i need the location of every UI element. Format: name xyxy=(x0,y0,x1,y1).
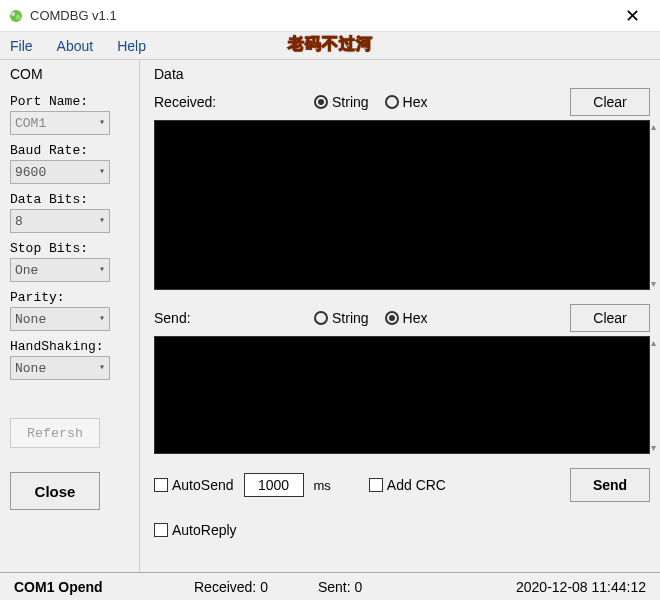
send-options: AutoSend ms Add CRC Send AutoReply xyxy=(154,464,650,538)
baud-rate-value: 9600 xyxy=(15,165,46,180)
com-panel: COM Port Name: COM1 ▾ Baud Rate: 9600 ▾ … xyxy=(0,60,140,572)
refresh-button[interactable]: Refersh xyxy=(10,418,100,448)
radio-icon xyxy=(314,95,328,109)
autosend-unit: ms xyxy=(314,478,331,493)
parity-select[interactable]: None ▾ xyxy=(10,307,110,331)
autoreply-label: AutoReply xyxy=(172,522,237,538)
tx-mode-string[interactable]: String xyxy=(314,310,369,326)
menu-about[interactable]: About xyxy=(57,38,94,54)
autoreply-checkbox[interactable]: AutoReply xyxy=(154,522,237,538)
baud-rate-select[interactable]: 9600 ▾ xyxy=(10,160,110,184)
rx-clear-button[interactable]: Clear xyxy=(570,88,650,116)
tx-hex-label: Hex xyxy=(403,310,428,326)
client-area: COM Port Name: COM1 ▾ Baud Rate: 9600 ▾ … xyxy=(0,60,660,572)
scroll-down-icon: ▾ xyxy=(651,442,660,453)
menu-help[interactable]: Help xyxy=(117,38,146,54)
scroll-up-icon: ▴ xyxy=(651,337,660,348)
received-textarea[interactable]: ▴ ▾ xyxy=(154,120,650,290)
status-sent: Sent: 0 xyxy=(318,579,362,595)
addcrc-checkbox[interactable]: Add CRC xyxy=(369,477,446,493)
scroll-up-icon: ▴ xyxy=(651,121,660,132)
stop-bits-label: Stop Bits: xyxy=(10,241,129,256)
tx-scrollbar[interactable]: ▴ ▾ xyxy=(651,337,660,453)
chevron-down-icon: ▾ xyxy=(99,361,105,373)
send-button[interactable]: Send xyxy=(570,468,650,502)
baud-rate-label: Baud Rate: xyxy=(10,143,129,158)
rx-hex-label: Hex xyxy=(403,94,428,110)
checkbox-icon xyxy=(369,478,383,492)
scroll-down-icon: ▾ xyxy=(651,278,660,289)
send-header: Send: String Hex Clear xyxy=(154,304,650,332)
com-group-label: COM xyxy=(10,66,129,82)
rx-scrollbar[interactable]: ▴ ▾ xyxy=(651,121,660,289)
rx-mode-group: String Hex xyxy=(314,94,427,110)
stop-bits-select[interactable]: One ▾ xyxy=(10,258,110,282)
addcrc-label: Add CRC xyxy=(387,477,446,493)
chevron-down-icon: ▾ xyxy=(99,263,105,275)
tx-mode-hex[interactable]: Hex xyxy=(385,310,428,326)
autosend-label: AutoSend xyxy=(172,477,234,493)
received-label: Received: xyxy=(154,94,304,110)
svg-point-1 xyxy=(11,12,15,16)
rx-mode-string[interactable]: String xyxy=(314,94,369,110)
menu-bar: File About Help 老码不过河 xyxy=(0,32,660,60)
radio-icon xyxy=(385,95,399,109)
svg-point-2 xyxy=(16,14,21,19)
autosend-checkbox[interactable]: AutoSend xyxy=(154,477,234,493)
port-name-value: COM1 xyxy=(15,116,46,131)
radio-icon xyxy=(314,311,328,325)
handshake-select[interactable]: None ▾ xyxy=(10,356,110,380)
window-title: COMDBG v1.1 xyxy=(30,8,117,23)
rx-string-label: String xyxy=(332,94,369,110)
tx-string-label: String xyxy=(332,310,369,326)
tx-clear-button[interactable]: Clear xyxy=(570,304,650,332)
send-textarea[interactable]: ▴ ▾ xyxy=(154,336,650,454)
send-label: Send: xyxy=(154,310,304,326)
chevron-down-icon: ▾ xyxy=(99,116,105,128)
data-group-label: Data xyxy=(154,66,650,82)
app-icon xyxy=(8,8,24,24)
parity-label: Parity: xyxy=(10,290,129,305)
title-bar: COMDBG v1.1 ✕ xyxy=(0,0,660,32)
stop-bits-value: One xyxy=(15,263,38,278)
handshake-value: None xyxy=(15,361,46,376)
status-bar: COM1 Opend Received: 0 Sent: 0 2020-12-0… xyxy=(0,572,660,600)
received-header: Received: String Hex Clear xyxy=(154,88,650,116)
parity-value: None xyxy=(15,312,46,327)
radio-icon xyxy=(385,311,399,325)
chevron-down-icon: ▾ xyxy=(99,165,105,177)
rx-mode-hex[interactable]: Hex xyxy=(385,94,428,110)
port-name-select[interactable]: COM1 ▾ xyxy=(10,111,110,135)
data-bits-label: Data Bits: xyxy=(10,192,129,207)
tx-mode-group: String Hex xyxy=(314,310,427,326)
chevron-down-icon: ▾ xyxy=(99,312,105,324)
autosend-interval-input[interactable] xyxy=(244,473,304,497)
close-port-button[interactable]: Close xyxy=(10,472,100,510)
window-close-button[interactable]: ✕ xyxy=(612,0,652,32)
menu-file[interactable]: File xyxy=(10,38,33,54)
checkbox-icon xyxy=(154,478,168,492)
status-port: COM1 Opend xyxy=(14,579,144,595)
port-name-label: Port Name: xyxy=(10,94,129,109)
chevron-down-icon: ▾ xyxy=(99,214,105,226)
status-received: Received: 0 xyxy=(194,579,268,595)
status-timestamp: 2020-12-08 11:44:12 xyxy=(516,579,646,595)
watermark-text: 老码不过河 xyxy=(288,34,373,55)
checkbox-icon xyxy=(154,523,168,537)
data-bits-select[interactable]: 8 ▾ xyxy=(10,209,110,233)
handshake-label: HandShaking: xyxy=(10,339,129,354)
data-panel: Data Received: String Hex Clear ▴ ▾ xyxy=(140,60,660,572)
data-bits-value: 8 xyxy=(15,214,23,229)
